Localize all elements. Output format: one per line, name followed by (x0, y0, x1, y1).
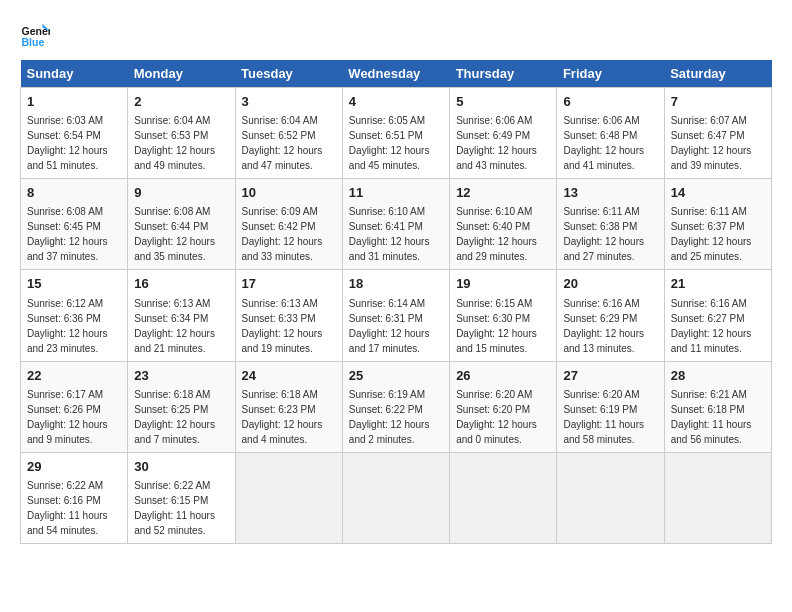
calendar-week-5: 29Sunrise: 6:22 AMSunset: 6:16 PMDayligh… (21, 452, 772, 543)
calendar-week-1: 1Sunrise: 6:03 AMSunset: 6:54 PMDaylight… (21, 88, 772, 179)
day-info: Sunrise: 6:03 AMSunset: 6:54 PMDaylight:… (27, 115, 108, 171)
calendar-cell: 30Sunrise: 6:22 AMSunset: 6:15 PMDayligh… (128, 452, 235, 543)
day-number: 2 (134, 93, 228, 111)
day-info: Sunrise: 6:08 AMSunset: 6:45 PMDaylight:… (27, 206, 108, 262)
day-info: Sunrise: 6:13 AMSunset: 6:34 PMDaylight:… (134, 298, 215, 354)
calendar-cell: 1Sunrise: 6:03 AMSunset: 6:54 PMDaylight… (21, 88, 128, 179)
day-number: 28 (671, 367, 765, 385)
day-info: Sunrise: 6:09 AMSunset: 6:42 PMDaylight:… (242, 206, 323, 262)
day-number: 23 (134, 367, 228, 385)
calendar-cell: 12Sunrise: 6:10 AMSunset: 6:40 PMDayligh… (450, 179, 557, 270)
day-number: 18 (349, 275, 443, 293)
calendar-cell (557, 452, 664, 543)
svg-text:Blue: Blue (22, 36, 45, 48)
calendar-cell: 25Sunrise: 6:19 AMSunset: 6:22 PMDayligh… (342, 361, 449, 452)
calendar-cell: 16Sunrise: 6:13 AMSunset: 6:34 PMDayligh… (128, 270, 235, 361)
day-number: 26 (456, 367, 550, 385)
logo: General Blue (20, 20, 54, 50)
day-number: 21 (671, 275, 765, 293)
calendar-cell: 11Sunrise: 6:10 AMSunset: 6:41 PMDayligh… (342, 179, 449, 270)
calendar-cell: 19Sunrise: 6:15 AMSunset: 6:30 PMDayligh… (450, 270, 557, 361)
calendar-cell: 21Sunrise: 6:16 AMSunset: 6:27 PMDayligh… (664, 270, 771, 361)
calendar-table: SundayMondayTuesdayWednesdayThursdayFrid… (20, 60, 772, 544)
day-info: Sunrise: 6:05 AMSunset: 6:51 PMDaylight:… (349, 115, 430, 171)
day-info: Sunrise: 6:06 AMSunset: 6:49 PMDaylight:… (456, 115, 537, 171)
calendar-cell: 3Sunrise: 6:04 AMSunset: 6:52 PMDaylight… (235, 88, 342, 179)
day-info: Sunrise: 6:22 AMSunset: 6:16 PMDaylight:… (27, 480, 108, 536)
weekday-friday: Friday (557, 60, 664, 88)
calendar-cell: 7Sunrise: 6:07 AMSunset: 6:47 PMDaylight… (664, 88, 771, 179)
calendar-cell: 18Sunrise: 6:14 AMSunset: 6:31 PMDayligh… (342, 270, 449, 361)
day-number: 7 (671, 93, 765, 111)
calendar-week-4: 22Sunrise: 6:17 AMSunset: 6:26 PMDayligh… (21, 361, 772, 452)
page-header: General Blue (20, 20, 772, 50)
calendar-cell: 2Sunrise: 6:04 AMSunset: 6:53 PMDaylight… (128, 88, 235, 179)
day-info: Sunrise: 6:18 AMSunset: 6:25 PMDaylight:… (134, 389, 215, 445)
day-info: Sunrise: 6:20 AMSunset: 6:19 PMDaylight:… (563, 389, 644, 445)
day-number: 12 (456, 184, 550, 202)
day-info: Sunrise: 6:22 AMSunset: 6:15 PMDaylight:… (134, 480, 215, 536)
calendar-cell: 14Sunrise: 6:11 AMSunset: 6:37 PMDayligh… (664, 179, 771, 270)
weekday-saturday: Saturday (664, 60, 771, 88)
calendar-cell: 9Sunrise: 6:08 AMSunset: 6:44 PMDaylight… (128, 179, 235, 270)
calendar-cell (664, 452, 771, 543)
day-info: Sunrise: 6:17 AMSunset: 6:26 PMDaylight:… (27, 389, 108, 445)
day-info: Sunrise: 6:04 AMSunset: 6:53 PMDaylight:… (134, 115, 215, 171)
day-info: Sunrise: 6:11 AMSunset: 6:38 PMDaylight:… (563, 206, 644, 262)
calendar-cell: 15Sunrise: 6:12 AMSunset: 6:36 PMDayligh… (21, 270, 128, 361)
day-number: 9 (134, 184, 228, 202)
day-info: Sunrise: 6:15 AMSunset: 6:30 PMDaylight:… (456, 298, 537, 354)
day-number: 5 (456, 93, 550, 111)
day-number: 3 (242, 93, 336, 111)
day-number: 30 (134, 458, 228, 476)
day-number: 22 (27, 367, 121, 385)
day-info: Sunrise: 6:04 AMSunset: 6:52 PMDaylight:… (242, 115, 323, 171)
day-number: 13 (563, 184, 657, 202)
calendar-cell (235, 452, 342, 543)
day-number: 15 (27, 275, 121, 293)
calendar-cell: 23Sunrise: 6:18 AMSunset: 6:25 PMDayligh… (128, 361, 235, 452)
calendar-cell: 20Sunrise: 6:16 AMSunset: 6:29 PMDayligh… (557, 270, 664, 361)
calendar-cell: 5Sunrise: 6:06 AMSunset: 6:49 PMDaylight… (450, 88, 557, 179)
day-number: 16 (134, 275, 228, 293)
day-number: 11 (349, 184, 443, 202)
day-info: Sunrise: 6:19 AMSunset: 6:22 PMDaylight:… (349, 389, 430, 445)
calendar-cell: 24Sunrise: 6:18 AMSunset: 6:23 PMDayligh… (235, 361, 342, 452)
day-info: Sunrise: 6:16 AMSunset: 6:29 PMDaylight:… (563, 298, 644, 354)
day-info: Sunrise: 6:16 AMSunset: 6:27 PMDaylight:… (671, 298, 752, 354)
day-number: 19 (456, 275, 550, 293)
calendar-cell: 8Sunrise: 6:08 AMSunset: 6:45 PMDaylight… (21, 179, 128, 270)
calendar-week-3: 15Sunrise: 6:12 AMSunset: 6:36 PMDayligh… (21, 270, 772, 361)
day-info: Sunrise: 6:08 AMSunset: 6:44 PMDaylight:… (134, 206, 215, 262)
weekday-sunday: Sunday (21, 60, 128, 88)
weekday-header-row: SundayMondayTuesdayWednesdayThursdayFrid… (21, 60, 772, 88)
day-number: 6 (563, 93, 657, 111)
day-info: Sunrise: 6:10 AMSunset: 6:40 PMDaylight:… (456, 206, 537, 262)
day-number: 14 (671, 184, 765, 202)
day-info: Sunrise: 6:07 AMSunset: 6:47 PMDaylight:… (671, 115, 752, 171)
day-number: 8 (27, 184, 121, 202)
day-info: Sunrise: 6:13 AMSunset: 6:33 PMDaylight:… (242, 298, 323, 354)
day-info: Sunrise: 6:10 AMSunset: 6:41 PMDaylight:… (349, 206, 430, 262)
day-info: Sunrise: 6:21 AMSunset: 6:18 PMDaylight:… (671, 389, 752, 445)
day-number: 10 (242, 184, 336, 202)
day-number: 20 (563, 275, 657, 293)
weekday-thursday: Thursday (450, 60, 557, 88)
calendar-cell: 6Sunrise: 6:06 AMSunset: 6:48 PMDaylight… (557, 88, 664, 179)
weekday-wednesday: Wednesday (342, 60, 449, 88)
calendar-cell: 28Sunrise: 6:21 AMSunset: 6:18 PMDayligh… (664, 361, 771, 452)
day-info: Sunrise: 6:14 AMSunset: 6:31 PMDaylight:… (349, 298, 430, 354)
calendar-cell: 26Sunrise: 6:20 AMSunset: 6:20 PMDayligh… (450, 361, 557, 452)
day-info: Sunrise: 6:11 AMSunset: 6:37 PMDaylight:… (671, 206, 752, 262)
calendar-cell: 27Sunrise: 6:20 AMSunset: 6:19 PMDayligh… (557, 361, 664, 452)
weekday-monday: Monday (128, 60, 235, 88)
calendar-cell (450, 452, 557, 543)
day-number: 4 (349, 93, 443, 111)
calendar-week-2: 8Sunrise: 6:08 AMSunset: 6:45 PMDaylight… (21, 179, 772, 270)
calendar-cell: 17Sunrise: 6:13 AMSunset: 6:33 PMDayligh… (235, 270, 342, 361)
weekday-tuesday: Tuesday (235, 60, 342, 88)
calendar-cell: 29Sunrise: 6:22 AMSunset: 6:16 PMDayligh… (21, 452, 128, 543)
day-number: 24 (242, 367, 336, 385)
calendar-cell: 4Sunrise: 6:05 AMSunset: 6:51 PMDaylight… (342, 88, 449, 179)
calendar-cell (342, 452, 449, 543)
